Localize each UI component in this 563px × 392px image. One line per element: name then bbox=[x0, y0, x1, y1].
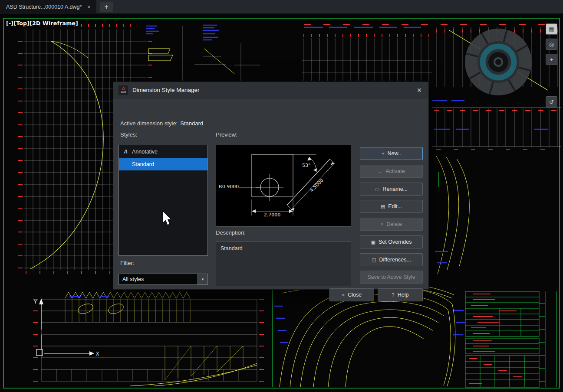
orbit-icon: ↺ bbox=[549, 99, 554, 105]
button-label: Delete bbox=[386, 221, 402, 227]
differences-icon: ◫ bbox=[372, 257, 376, 263]
save-to-active-style-button[interactable]: Save to Active Style bbox=[360, 271, 423, 284]
viewport-controls-label[interactable]: [-][Top][2D Wireframe] bbox=[5, 20, 79, 27]
close-x-icon: × bbox=[342, 292, 345, 297]
set-overrides-button[interactable]: ▣ Set Overrides bbox=[360, 235, 423, 248]
style-item-standard[interactable]: Standard bbox=[119, 158, 207, 170]
tab-close-icon[interactable]: × bbox=[87, 3, 91, 10]
style-item-label: Annotative bbox=[132, 149, 158, 155]
description-box: Standard bbox=[216, 242, 351, 286]
differences-button[interactable]: ◫ Differences... bbox=[360, 253, 423, 266]
active-style-row: Active dimension style:Standard bbox=[120, 120, 203, 127]
active-style-value: Standard bbox=[180, 120, 203, 127]
activate-button[interactable]: → Activate bbox=[360, 165, 423, 178]
dialog-body: Active dimension style:Standard Styles: … bbox=[113, 98, 428, 290]
orbit-button[interactable]: ↺ bbox=[546, 96, 557, 108]
autocad-2025-icon: A 2025 bbox=[119, 85, 128, 95]
plus-icon: + bbox=[382, 151, 384, 156]
x-axis-label: X bbox=[96, 351, 99, 357]
button-label: Edit... bbox=[388, 203, 402, 209]
close-icon: × bbox=[417, 86, 422, 95]
chevron-down-icon[interactable]: ▼ bbox=[198, 274, 207, 284]
active-style-label: Active dimension style: bbox=[120, 120, 178, 127]
new-tab-icon: + bbox=[105, 3, 109, 11]
pan-icon: + bbox=[550, 56, 553, 63]
dimension-style-manager-dialog: A 2025 Dimension Style Manager × Active … bbox=[113, 82, 429, 290]
description-value: Standard bbox=[221, 245, 243, 252]
rename-icon: ▭ bbox=[375, 186, 379, 192]
button-label: New.. bbox=[388, 150, 401, 157]
filter-value: All styles bbox=[119, 276, 198, 282]
edit-button[interactable]: ▤ Edit... bbox=[360, 200, 423, 213]
steering-wheel-button[interactable]: ◎ bbox=[546, 39, 557, 50]
annotative-icon: A bbox=[122, 149, 129, 155]
filter-dropdown[interactable]: All styles ▼ bbox=[119, 274, 208, 285]
button-label: Rename... bbox=[382, 186, 408, 192]
navigation-wheel[interactable] bbox=[465, 29, 532, 95]
button-label: Set Overrides bbox=[379, 239, 412, 245]
description-label: Description: bbox=[216, 229, 246, 236]
button-label: Activate bbox=[385, 168, 405, 174]
styles-label: Styles: bbox=[120, 131, 137, 138]
delete-icon: × bbox=[381, 222, 383, 227]
autocad-window: { "tab_bar": { "tab": { "title": "ASD St… bbox=[0, 0, 563, 392]
style-item-annotative[interactable]: A Annotative bbox=[119, 145, 207, 158]
edit-icon: ▤ bbox=[381, 204, 385, 209]
new-tab-button[interactable]: + bbox=[100, 2, 113, 12]
arrow-right-icon: → bbox=[378, 169, 382, 174]
button-label: Save to Active Style bbox=[367, 274, 415, 280]
drawing-tab[interactable]: ASD Structure...000010 A.dwg* × bbox=[0, 0, 96, 14]
preview-angle-dim: 53° bbox=[302, 163, 311, 168]
filter-label: Filter: bbox=[120, 260, 135, 266]
drawing-tab-title: ASD Structure...000010 A.dwg* bbox=[6, 4, 82, 10]
delete-button[interactable]: × Delete bbox=[360, 218, 423, 231]
autocad-year-label: 2025 bbox=[121, 91, 126, 94]
style-item-label: Standard bbox=[132, 161, 154, 167]
overrides-icon: ▣ bbox=[371, 239, 375, 245]
file-tab-bar: ASD Structure...000010 A.dwg* × + bbox=[0, 0, 563, 14]
style-preview: R0.9000 53° 4.5000 2.7000 bbox=[216, 145, 351, 227]
dialog-close-button[interactable]: × bbox=[413, 84, 426, 97]
pan-button[interactable]: + bbox=[546, 54, 557, 65]
rename-button[interactable]: ▭ Rename... bbox=[360, 183, 423, 196]
dialog-title: Dimension Style Manager bbox=[132, 87, 200, 93]
canvas-tools-button[interactable]: ▦ bbox=[546, 23, 557, 35]
steering-wheel-icon: ◎ bbox=[549, 41, 554, 48]
button-label: Close bbox=[348, 292, 362, 298]
preview-radius-dim: R0.9000 bbox=[219, 184, 239, 189]
close-button[interactable]: × Close bbox=[329, 288, 374, 301]
new-style-button[interactable]: + New.. bbox=[360, 147, 423, 160]
preview-linear-dim: 2.7000 bbox=[261, 212, 283, 218]
styles-listbox[interactable]: A Annotative Standard bbox=[119, 145, 208, 256]
preview-label: Preview: bbox=[216, 131, 237, 138]
navigation-bar: ▦ ◎ + ↺ bbox=[546, 23, 557, 108]
y-axis-label: Y bbox=[34, 299, 37, 305]
canvas-tools-icon: ▦ bbox=[549, 26, 554, 33]
help-button[interactable]: ? Help bbox=[378, 288, 423, 301]
help-icon: ? bbox=[392, 292, 395, 297]
dialog-title-bar[interactable]: A 2025 Dimension Style Manager × bbox=[113, 82, 428, 98]
button-label: Help bbox=[398, 292, 409, 298]
button-label: Differences... bbox=[379, 257, 411, 263]
